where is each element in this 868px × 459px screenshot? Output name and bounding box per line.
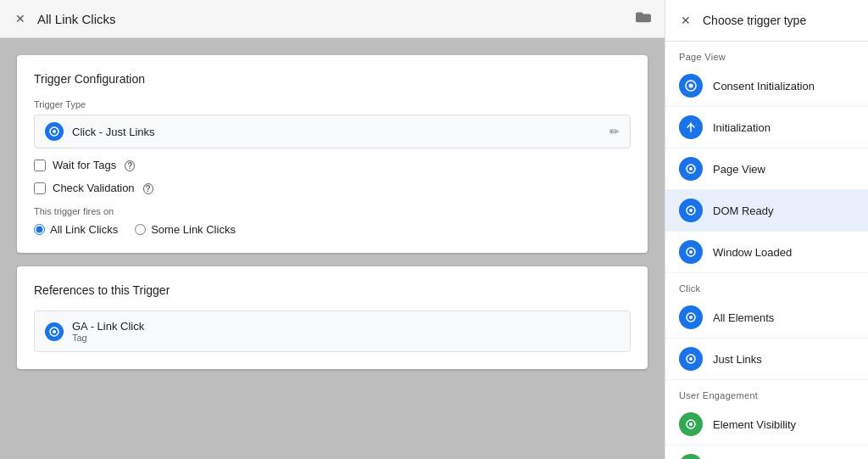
- option-window-loaded[interactable]: Window Loaded: [665, 232, 868, 273]
- dom-ready-label: DOM Ready: [713, 204, 774, 217]
- radio-some-link-clicks[interactable]: Some Link Clicks: [135, 223, 236, 236]
- page-view-icon: [679, 157, 703, 181]
- svg-point-13: [689, 316, 693, 319]
- window-loaded-icon: [679, 240, 703, 264]
- wait-for-tags-label: Wait for Tags: [53, 159, 116, 171]
- main-content: Trigger Configuration Trigger Type Click…: [0, 38, 665, 459]
- consent-init-icon: [679, 74, 703, 98]
- edit-icon[interactable]: [609, 125, 620, 138]
- trigger-type-row[interactable]: Click - Just Links: [34, 115, 631, 148]
- trigger-config-card: Trigger Configuration Trigger Type Click…: [17, 55, 648, 253]
- radio-some-label: Some Link Clicks: [151, 223, 236, 236]
- right-panel-title: Choose trigger type: [703, 14, 806, 27]
- svg-point-17: [689, 423, 693, 426]
- svg-point-5: [689, 84, 693, 88]
- page-view-heading: Page View: [665, 42, 868, 65]
- initialization-icon: [679, 115, 703, 139]
- click-heading: Click: [665, 273, 868, 297]
- fires-on-label: This trigger fires on: [34, 206, 631, 216]
- initialization-label: Initialization: [713, 121, 771, 134]
- option-consent-initialization[interactable]: Consent Initialization: [665, 65, 868, 107]
- svg-point-3: [53, 330, 56, 333]
- element-visibility-label: Element Visibility: [713, 418, 796, 431]
- reference-item[interactable]: GA - Link Click Tag: [34, 311, 631, 352]
- form-submission-icon: [679, 454, 703, 459]
- trigger-type-inner: Click - Just Links: [45, 122, 155, 141]
- radio-all-link-clicks[interactable]: All Link Clicks: [34, 223, 118, 236]
- fires-on-radio-group: All Link Clicks Some Link Clicks: [34, 223, 631, 236]
- close-icon: [15, 12, 25, 25]
- radio-all-input[interactable]: [34, 224, 45, 235]
- dom-ready-icon: [679, 199, 703, 222]
- trigger-type-value: Click - Just Links: [72, 126, 155, 138]
- user-engagement-heading: User Engagement: [665, 380, 868, 404]
- right-panel-close-button[interactable]: ✕: [679, 12, 693, 29]
- wait-for-tags-help-icon[interactable]: [125, 160, 135, 171]
- trigger-type-icon: [45, 122, 64, 141]
- wait-for-tags-checkbox[interactable]: [34, 160, 46, 171]
- click-section: Click All Elements Just Links: [665, 273, 868, 380]
- user-engagement-section: User Engagement Element Visibility Form …: [665, 380, 868, 459]
- option-just-links[interactable]: Just Links: [665, 339, 868, 380]
- left-panel: All Link Clicks Trigger Configuration Tr…: [0, 0, 665, 459]
- trigger-type-label: Trigger Type: [34, 99, 631, 109]
- trigger-config-title: Trigger Configuration: [34, 72, 631, 86]
- check-validation-checkbox[interactable]: [34, 182, 46, 194]
- close-button[interactable]: [14, 10, 27, 27]
- check-validation-label: Check Validation: [53, 182, 135, 194]
- option-page-view[interactable]: Page View: [665, 148, 868, 190]
- page-title: All Link Clicks: [37, 12, 626, 26]
- radio-all-label: All Link Clicks: [50, 223, 118, 236]
- all-elements-icon: [679, 305, 703, 329]
- references-title: References to this Trigger: [34, 283, 631, 297]
- radio-some-input[interactable]: [135, 224, 146, 235]
- consent-init-label: Consent Initialization: [713, 80, 815, 92]
- svg-point-15: [689, 357, 693, 361]
- element-visibility-icon: [679, 412, 703, 436]
- ref-icon: [45, 322, 64, 341]
- all-elements-label: All Elements: [713, 311, 774, 324]
- references-card: References to this Trigger GA - Link Cli…: [17, 266, 648, 369]
- ref-name: GA - Link Click: [72, 320, 144, 333]
- window-loaded-label: Window Loaded: [713, 246, 792, 259]
- just-links-icon: [679, 347, 703, 371]
- svg-point-11: [689, 250, 693, 254]
- just-links-label: Just Links: [713, 353, 762, 366]
- ref-type: Tag: [72, 333, 144, 343]
- page-view-label: Page View: [713, 163, 765, 176]
- wait-for-tags-row: Wait for Tags: [34, 159, 631, 171]
- check-validation-help-icon[interactable]: [143, 182, 153, 194]
- option-initialization[interactable]: Initialization: [665, 107, 868, 148]
- option-form-submission[interactable]: Form Submission: [665, 445, 868, 459]
- folder-icon[interactable]: [636, 10, 651, 27]
- svg-point-7: [689, 167, 693, 171]
- page-view-section: Page View Consent Initialization Initial…: [665, 42, 868, 273]
- right-panel-header: ✕ Choose trigger type: [665, 0, 868, 42]
- option-element-visibility[interactable]: Element Visibility: [665, 404, 868, 445]
- ref-info: GA - Link Click Tag: [72, 320, 144, 343]
- option-all-elements[interactable]: All Elements: [665, 297, 868, 339]
- right-panel: ✕ Choose trigger type Page View Consent …: [665, 0, 868, 459]
- svg-point-1: [53, 130, 56, 133]
- svg-point-9: [689, 209, 693, 212]
- top-bar: All Link Clicks: [0, 0, 665, 38]
- option-dom-ready[interactable]: DOM Ready: [665, 190, 868, 232]
- check-validation-row: Check Validation: [34, 182, 631, 194]
